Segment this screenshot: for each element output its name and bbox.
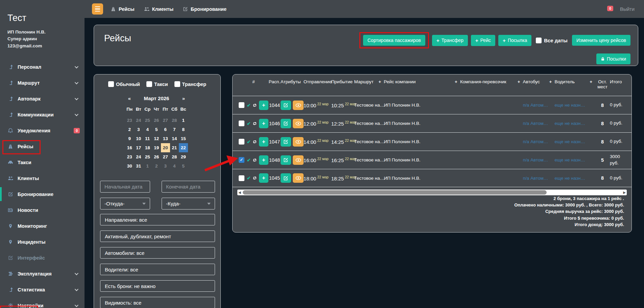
driver-link[interactable]: еще не назн…	[554, 103, 585, 108]
calendar-day[interactable]: 26	[152, 116, 161, 125]
add-booking-button[interactable]: +	[259, 137, 268, 147]
visibility-select[interactable]: Видимость: все	[100, 297, 215, 308]
change-price-button[interactable]: Изменить цену рейсов	[572, 35, 630, 46]
calendar-day[interactable]: 3	[161, 161, 170, 171]
add-booking-button[interactable]: +	[259, 155, 268, 165]
topnav-бронирование[interactable]: Бронирование	[183, 6, 226, 12]
calendar-day[interactable]: 12	[152, 134, 161, 143]
sidebar-item-мониторинг[interactable]: Мониторинг	[0, 218, 85, 234]
row-checkbox[interactable]	[239, 139, 244, 145]
sidebar-item-рейсы[interactable]: Рейсы	[0, 138, 85, 154]
calendar-next-button[interactable]: »	[179, 95, 188, 101]
calendar-day[interactable]: 23	[125, 152, 134, 161]
calendar-day[interactable]: 26	[152, 152, 161, 161]
calendar-day[interactable]: 7	[170, 125, 179, 134]
calendar-day[interactable]: 17	[134, 143, 143, 152]
bus-link[interactable]: п/а Автом…	[523, 139, 548, 144]
add-booking-button[interactable]: +	[259, 173, 268, 183]
driver-link[interactable]: еще не назн…	[554, 121, 585, 126]
calendar-day[interactable]: 25	[143, 152, 152, 161]
add-column-icon[interactable]: +	[378, 79, 381, 84]
sidebar-item-статистика[interactable]: Статистика	[0, 282, 85, 298]
calendar-day[interactable]: 24	[134, 152, 143, 161]
add-booking-button[interactable]: +	[259, 101, 268, 110]
calendar-day[interactable]: 27	[161, 152, 170, 161]
edit-trip-button[interactable]	[281, 173, 291, 183]
horizontal-scrollbar[interactable]: ◀ ▶	[237, 190, 627, 195]
bus-link[interactable]: п/а Автом…	[523, 176, 548, 181]
calendar-day[interactable]: 6	[161, 125, 170, 134]
from-select[interactable]: -Откуда-	[100, 198, 150, 210]
row-checkbox[interactable]	[239, 120, 244, 126]
calendar-day[interactable]: 8	[179, 125, 188, 134]
add-trip-button[interactable]: +Рейс	[471, 35, 495, 46]
sidebar-item-эксплуатация[interactable]: Эксплуатация	[0, 266, 85, 282]
menu-toggle-button[interactable]	[92, 3, 103, 15]
all-dates-checkbox[interactable]	[536, 38, 542, 43]
calendar-day[interactable]: 21	[170, 143, 179, 152]
directions-select[interactable]: Направления: все	[100, 214, 215, 225]
drivers-select[interactable]: Водители: все	[100, 264, 215, 275]
trip-type-checkbox[interactable]	[146, 81, 152, 87]
calendar-day[interactable]: 11	[143, 134, 152, 143]
calendar-day[interactable]: 28	[170, 152, 179, 161]
bus-link[interactable]: п/а Автом…	[523, 121, 548, 126]
sidebar-item-уведомления[interactable]: Уведомления0	[0, 123, 85, 138]
sidebar-item-автопарк[interactable]: Автопарк	[0, 91, 85, 107]
trip-type-checkbox[interactable]	[174, 81, 180, 87]
calendar-day[interactable]: 20	[161, 143, 170, 152]
edit-trip-button[interactable]	[281, 119, 291, 128]
trip-type-checkbox[interactable]	[108, 81, 114, 87]
scroll-left-arrow[interactable]: ◀	[238, 190, 241, 195]
bus-link[interactable]: п/а Автом…	[523, 157, 548, 162]
calendar-day[interactable]: 13	[161, 134, 170, 143]
calendar-day[interactable]: 30	[125, 161, 134, 171]
edit-trip-button[interactable]	[281, 155, 291, 165]
calendar-day[interactable]: 31	[134, 161, 143, 171]
add-column-icon[interactable]: +	[590, 79, 592, 84]
to-select[interactable]: -Куда-	[162, 198, 215, 210]
sidebar-item-коммуникации[interactable]: Коммуникации	[0, 107, 85, 123]
calendar-day[interactable]: 4	[170, 161, 179, 171]
add-transfer-button[interactable]: +Трансфер	[432, 35, 468, 46]
calendar-day[interactable]: 2	[125, 125, 134, 134]
add-column-icon[interactable]: +	[549, 79, 552, 84]
start-date-input[interactable]: Начальная дата	[100, 181, 150, 193]
driver-link[interactable]: еще не назн…	[554, 176, 585, 181]
edit-trip-button[interactable]	[281, 137, 291, 147]
calendar-day[interactable]: 15	[179, 134, 188, 143]
calendar-day[interactable]: 29	[179, 152, 188, 161]
calendar-day[interactable]: 24	[134, 116, 143, 125]
sidebar-item-интерфейс[interactable]: Интерфейс	[0, 250, 85, 266]
add-parcel-button[interactable]: +Посылка	[498, 35, 531, 46]
calendar-day[interactable]: 5	[152, 125, 161, 134]
sort-passengers-button[interactable]: Сортировка пассажиров	[363, 35, 425, 46]
sidebar-item-клиенты[interactable]: Клиенты	[0, 170, 85, 186]
calendar-day[interactable]: 14	[170, 134, 179, 143]
view-trip-button[interactable]	[293, 101, 304, 110]
calendar-day[interactable]: 19	[152, 143, 161, 152]
scrollbar-thumb[interactable]	[243, 190, 547, 195]
sidebar-item-инциденты[interactable]: Инциденты	[0, 234, 85, 250]
vehicles-select[interactable]: Автомобили: все	[100, 247, 215, 259]
calendar-day[interactable]: 10	[134, 134, 143, 143]
driver-link[interactable]: еще не назн…	[554, 157, 585, 162]
calendar-day[interactable]: 16	[125, 143, 134, 152]
calendar-day[interactable]: 5	[179, 161, 188, 171]
row-checkbox[interactable]	[239, 175, 244, 181]
sidebar-item-такси[interactable]: Такси	[0, 154, 85, 170]
calendar-day[interactable]: 4	[143, 125, 152, 134]
parcels-button[interactable]: Посылки	[596, 53, 630, 64]
calendar-day[interactable]: 3	[134, 125, 143, 134]
calendar-prev-button[interactable]: «	[125, 95, 134, 101]
calendar-day[interactable]: 9	[125, 134, 134, 143]
view-trip-button[interactable]	[293, 173, 304, 183]
sidebar-item-бронирование[interactable]: Бронирование	[0, 186, 85, 202]
logout-button[interactable]: Выйти	[617, 6, 635, 12]
view-trip-button[interactable]	[293, 155, 304, 165]
calendar-day[interactable]: 27	[161, 116, 170, 125]
calendar-day[interactable]: 2	[152, 161, 161, 171]
scroll-right-arrow[interactable]: ▶	[623, 190, 626, 195]
edit-trip-button[interactable]	[281, 101, 291, 110]
topnav-рейсы[interactable]: Рейсы	[111, 6, 135, 12]
